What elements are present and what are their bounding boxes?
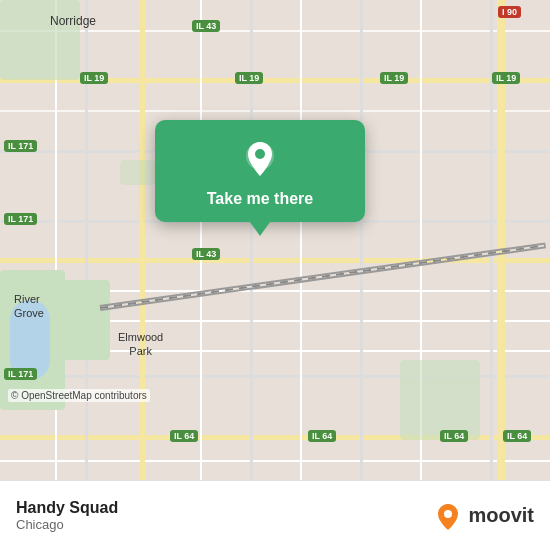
highway-badge-il64-2: IL 64 — [308, 430, 336, 442]
svg-point-2 — [444, 510, 452, 518]
popup-label[interactable]: Take me there — [207, 190, 313, 208]
highway-badge-il171-1: IL 171 — [4, 140, 37, 152]
highway-badge-il19-2: IL 19 — [235, 72, 263, 84]
map-container: IL 43 IL 19 IL 19 IL 19 IL 19 IL 171 IL … — [0, 0, 550, 480]
highway-badge-il19-1: IL 19 — [80, 72, 108, 84]
map-attribution: © OpenStreetMap contributors — [8, 389, 150, 402]
moovit-logo: moovit — [434, 502, 534, 530]
highway-badge-il171-2: IL 171 — [4, 213, 37, 225]
highway-badge-il171-3: IL 171 — [4, 368, 37, 380]
highway-badge-il43-mid: IL 43 — [192, 248, 220, 260]
location-title: Handy Squad — [16, 499, 118, 517]
moovit-brand-text: moovit — [468, 504, 534, 527]
location-info: Handy Squad Chicago — [16, 499, 118, 532]
highway-badge-il64-1: IL 64 — [170, 430, 198, 442]
highway-badge-il64-4: IL 64 — [503, 430, 531, 442]
highway-badge-il43-top: IL 43 — [192, 20, 220, 32]
elmwood-park-label: ElmwoodPark — [118, 330, 163, 359]
highway-badge-i90: I 90 — [498, 6, 521, 18]
popup-card[interactable]: Take me there — [155, 120, 365, 222]
svg-point-1 — [255, 149, 265, 159]
highway-badge-il64-3: IL 64 — [440, 430, 468, 442]
location-subtitle: Chicago — [16, 517, 118, 532]
norridge-label: Norridge — [50, 14, 96, 28]
highway-badge-il19-4: IL 19 — [492, 72, 520, 84]
highway-badge-il19-3: IL 19 — [380, 72, 408, 84]
location-pin-icon — [239, 138, 281, 180]
bottom-bar: Handy Squad Chicago moovit — [0, 480, 550, 550]
moovit-pin-icon — [434, 502, 462, 530]
river-grove-label: RiverGrove — [14, 292, 44, 321]
